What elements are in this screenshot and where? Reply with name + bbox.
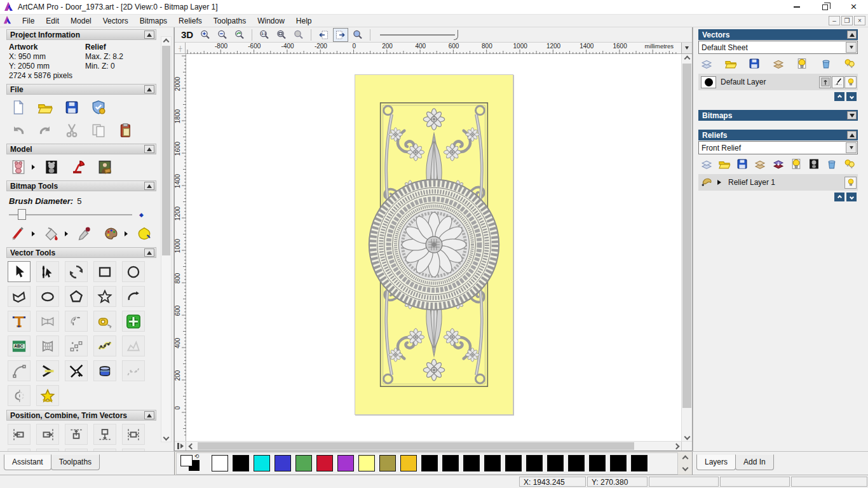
palette-scroll-down-icon[interactable] [682,465,688,471]
collapse-button[interactable] [144,30,154,39]
scatter-tool-button[interactable] [93,449,116,451]
menu-window[interactable]: Window [252,15,290,27]
vector-layer-visibility-button[interactable] [795,57,809,70]
vector-layer-delete-button[interactable] [819,57,833,70]
colour-palette-tool-flyout-icon[interactable] [125,231,128,236]
text-tool-button[interactable] [8,311,31,332]
node-edit-tool-button[interactable] [36,261,59,282]
align-top-b-button[interactable] [8,449,31,451]
vertical-scrollbar[interactable] [681,54,692,441]
collapse-button[interactable] [144,411,154,419]
colour-swatch-4[interactable] [295,455,312,471]
collapse-button[interactable] [847,30,857,39]
menu-file[interactable]: File [17,15,40,27]
circle-tool-button[interactable] [122,261,145,282]
tab-toolpaths[interactable]: Toolpaths [51,454,100,470]
expand-button[interactable] [847,111,857,119]
colour-palette-tool-button[interactable] [100,224,121,243]
colour-swatch-10[interactable] [421,455,438,471]
star-tool-button[interactable] [93,286,116,307]
collapse-button[interactable] [144,182,154,190]
scroll-thumb[interactable] [682,64,691,408]
transform-tool-button[interactable] [65,261,88,282]
envelope-tool-button[interactable] [36,336,59,356]
interactive-distortion-tool-button[interactable] [93,360,116,381]
tab-layers[interactable]: Layers [696,454,736,470]
scroll-up-icon[interactable] [161,37,171,46]
scroll-thumb[interactable] [162,46,170,255]
collapse-button[interactable] [144,248,154,257]
mdi-minimize-button[interactable]: – [829,16,840,25]
select-tool-button[interactable] [8,261,31,282]
colour-swatch-14[interactable] [505,455,522,471]
fillet-tool-button[interactable] [8,360,31,381]
relief-dropdown[interactable]: Front Relief [698,141,858,154]
scroll-track[interactable] [196,442,671,451]
greyscale-model-button[interactable] [41,158,62,177]
trim-tool-button[interactable] [65,360,88,381]
colour-swatch-11[interactable] [442,455,459,471]
colour-swatch-2[interactable] [254,455,270,471]
undo-button[interactable] [8,121,29,140]
zoom-previous-button[interactable] [232,28,247,42]
load-image-button[interactable] [94,158,115,177]
set-model-size-flyout-icon[interactable] [32,165,35,170]
free-spline-tool-button[interactable] [122,360,145,381]
menu-vectors[interactable]: Vectors [97,15,134,27]
open-file-button[interactable] [34,98,55,117]
vector-layer-new-button[interactable] [700,57,714,70]
colour-swatch-15[interactable] [526,455,543,471]
colour-swatch-7[interactable] [358,455,375,471]
menu-toolpaths[interactable]: Toolpaths [208,15,252,27]
align-centre-h-button[interactable] [122,424,145,445]
horizontal-scrollbar[interactable] [175,441,692,451]
preview-blend-button[interactable] [350,28,365,42]
mdi-restore-button[interactable]: ❐ [841,16,853,25]
scroll-up-icon[interactable] [682,54,692,63]
align-bottom-button[interactable] [93,424,116,445]
slider-handle[interactable] [454,30,458,40]
bisector-tool-button[interactable] [36,360,59,381]
colour-swatch-9[interactable] [400,455,417,471]
expand-arrow-icon[interactable] [717,180,721,185]
vector-layer-save-button[interactable] [747,57,761,70]
units-dropdown-button[interactable] [681,43,692,53]
model-properties-button[interactable] [88,98,109,117]
relief-layer-merge-button[interactable] [753,158,767,170]
align-top-d-button[interactable] [65,449,88,451]
arc-tool-button[interactable] [122,286,145,307]
collapse-button[interactable] [847,131,857,139]
menu-edit[interactable]: Edit [40,15,65,27]
colour-swatch-13[interactable] [484,455,501,471]
copy-button[interactable] [88,121,109,140]
paste-button[interactable] [114,121,135,140]
palette-scroll-up-icon[interactable] [682,456,688,462]
assistant-scrollbar[interactable] [161,36,172,442]
zoom-out-button[interactable] [215,28,230,42]
colour-swatch-0[interactable] [212,455,228,471]
menu-reliefs[interactable]: Reliefs [173,15,208,27]
zoom-1to1-button[interactable]: 1:1 [257,28,272,42]
zoom-fit-button[interactable] [274,28,289,42]
layer-visibility-button[interactable] [844,177,857,189]
measure-tool-button[interactable] [93,311,116,332]
polygon-tool-button[interactable] [65,286,88,307]
offset-tool-button[interactable] [65,311,88,332]
relief-layer-open-button[interactable] [717,158,731,170]
lighting-button[interactable] [67,158,88,177]
text-block-tool-button[interactable]: ABC [8,336,31,356]
layer-colour-swatch[interactable] [701,76,716,88]
align-left-button[interactable] [8,424,31,445]
mdi-close-button[interactable]: × [854,16,865,25]
save-file-button[interactable] [61,98,82,117]
minimize-button[interactable] [782,0,811,14]
3d-view-button[interactable]: 3D [179,29,196,40]
vector-layer-merge-button[interactable] [771,57,785,70]
menu-bitmaps[interactable]: Bitmaps [134,15,173,27]
colour-swatch-19[interactable] [610,455,627,471]
bitmap-contrast-slider[interactable] [380,29,469,41]
colour-swatch-3[interactable] [275,455,291,471]
align-top-button[interactable] [65,424,88,445]
paint-tool-button[interactable] [8,224,29,243]
colour-swatch-1[interactable] [233,455,249,471]
